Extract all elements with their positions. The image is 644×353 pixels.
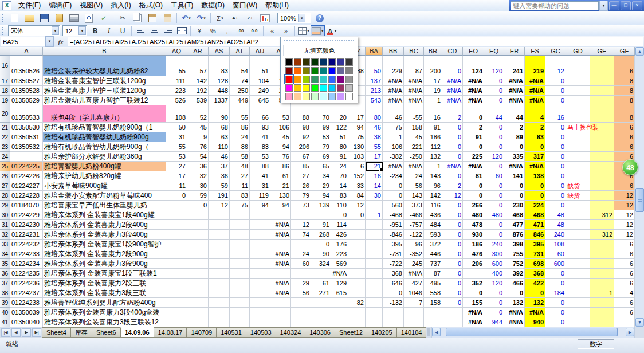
color-swatch[interactable] [285,93,293,100]
spelling-button[interactable]: ✓ [96,11,111,25]
save-button[interactable] [37,11,52,25]
cell-EO19[interactable]: #N/A [463,96,484,105]
cell-EQ16[interactable]: 120 [484,56,504,76]
cell-GE28[interactable] [590,191,614,201]
cell-GF32[interactable]: 12 [614,230,635,240]
cell-AY33[interactable]: 176 [331,240,348,249]
cell-AZ23[interactable]: 130 [348,142,366,152]
cell-B35[interactable]: 雅培亲体系列 金装喜康力3段900g [43,259,166,269]
cell-A33[interactable]: 01224232 [10,240,43,249]
chevron-down-icon[interactable]: ▾ [298,14,305,22]
cell-GC16[interactable]: 12 [545,56,566,76]
cell-GC21[interactable]: 0 [545,123,566,132]
minimize-button[interactable]: — [609,1,619,10]
cell-EQ27[interactable]: 0 [484,181,504,191]
cell-AX32[interactable]: 268 [311,230,331,240]
color-swatch[interactable] [337,84,344,92]
chevron-down-icon[interactable]: ▾ [52,26,59,35]
cell-AU31[interactable] [250,220,270,230]
align-right-button[interactable] [161,25,175,36]
cell-GC17[interactable]: 0 [545,76,566,86]
copy-button[interactable] [130,11,145,25]
decrease-decimal-button[interactable]: 0.0 [248,25,261,36]
cell-EQ26[interactable]: 60 [484,171,504,181]
cell-CD25[interactable]: #N/A [442,162,463,171]
cell-BA26[interactable]: 16 [366,171,383,181]
cell-AX37[interactable]: 61 [311,279,331,288]
cell-AQ24[interactable]: 53 [166,152,187,162]
cell-ER26[interactable]: 141 [504,171,525,181]
cell-BA19[interactable]: 543 [366,96,383,105]
cell-AV34[interactable]: #N/A [270,249,291,259]
cell-ER31[interactable]: 477 [504,220,525,230]
font-size-select[interactable]: 12 ▾ [62,25,87,36]
cell-GD31[interactable] [566,220,590,230]
cell-ES32[interactable]: 846 [525,230,545,240]
cell-AT19[interactable]: 449 [230,96,250,105]
cell-ES27[interactable]: 0 [525,181,545,191]
cell-AR29[interactable]: 0 [187,201,209,210]
color-swatch[interactable] [345,58,353,66]
open-file-button[interactable] [22,11,37,25]
cell-A17[interactable]: 01350527 [10,76,43,86]
cell-AR21[interactable]: 45 [187,123,209,132]
cell-ER37[interactable]: 466 [504,279,525,288]
cell-CD22[interactable]: 0 [442,132,463,142]
cell-AT34[interactable] [230,249,250,259]
insert-function-button[interactable]: fx [54,38,68,45]
cell-AZ34[interactable] [348,249,366,259]
cell-GD35[interactable] [566,259,590,269]
autosum-button[interactable]: Σ▾ [213,11,227,25]
cell-BB40[interactable] [383,308,404,317]
cell-AQ18[interactable]: 223 [166,86,187,96]
cell-AQ16[interactable]: 55 [166,56,187,76]
cell-GC38[interactable]: 184 [545,288,566,298]
cell-BC22[interactable]: 45 [404,132,424,142]
cell-EQ36[interactable]: 400 [484,269,504,279]
cell-AZ32[interactable] [348,230,366,240]
cell-ES33[interactable]: 395 [525,240,545,249]
help-button[interactable]: ? [312,11,327,25]
cell-AS34[interactable] [209,249,230,259]
cell-AT38[interactable] [230,288,250,298]
cell-EO33[interactable]: 186 [463,240,484,249]
cell-AU27[interactable]: 31 [250,181,270,191]
cell-BB25[interactable]: #N/A [383,162,404,171]
column-header-BB[interactable]: BB [383,47,404,56]
cell-EQ17[interactable]: 0 [484,76,504,86]
cell-AX41[interactable] [311,317,331,327]
cell-ES28[interactable]: 0 [525,191,545,201]
cell-AT36[interactable] [230,269,250,279]
cell-CD26[interactable]: 0 [442,171,463,181]
cell-AW38[interactable]: 56 [291,288,311,298]
cell-AQ40[interactable] [166,308,187,317]
cell-AT17[interactable]: 74 [230,76,250,86]
cell-ER28[interactable]: 0 [504,191,525,201]
cell-BA40[interactable] [366,308,383,317]
cell-AY41[interactable] [331,317,348,327]
cell-A38[interactable]: 01224237 [10,288,43,298]
cell-AX38[interactable]: 271 [311,288,331,298]
cell-EO41[interactable]: #N/A [463,317,484,327]
cell-AX25[interactable]: 65 [311,162,331,171]
cell-BA16[interactable]: 50 [366,56,383,76]
cell-BR36[interactable]: 87 [424,269,442,279]
cell-BC19[interactable]: #N/A [404,96,424,105]
column-header-GC[interactable]: GC [545,47,566,56]
cell-EQ23[interactable]: 0 [484,142,504,152]
cell-AT22[interactable]: 24 [230,132,250,142]
cell-B32[interactable]: 雅培亲体系列 金装喜康力3段400g [43,230,166,240]
row-header-36[interactable]: 36 [0,269,10,279]
cell-AY39[interactable] [331,298,348,308]
menu-item[interactable]: 数据(D) [197,0,229,11]
cell-AY27[interactable]: 14 [331,181,348,191]
cell-AU28[interactable]: 119 [250,191,270,201]
cell-AS35[interactable] [209,259,230,269]
cell-EQ22[interactable]: 0 [484,132,504,142]
underline-button[interactable]: U [116,25,129,36]
cell-AS30[interactable] [209,210,230,220]
cell-EO36[interactable] [463,269,484,279]
cell-ES26[interactable]: 138 [525,171,545,181]
cell-AT32[interactable] [230,230,250,240]
cell-AX22[interactable]: 53 [311,132,331,142]
